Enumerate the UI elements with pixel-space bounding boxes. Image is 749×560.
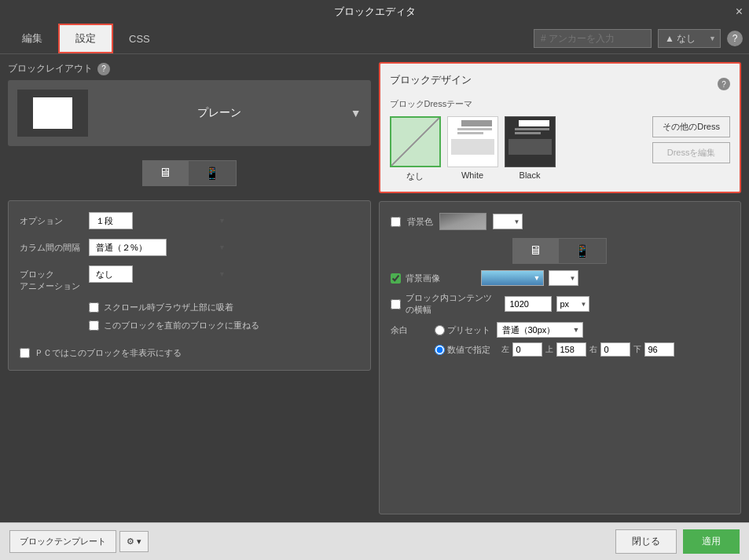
margin-label: 余白	[391, 324, 430, 336]
bg-image-option-wrap	[549, 270, 578, 286]
overlap-label: このブロックを直前のブロックに重ねる	[104, 320, 259, 331]
footer: ブロックテンプレート ⚙ ▾ 閉じる 適用	[0, 522, 749, 560]
column-label: オプション	[20, 215, 83, 227]
margin-left-input[interactable]	[512, 342, 542, 357]
close-footer-button[interactable]: 閉じる	[615, 529, 677, 554]
dress-thumb-none[interactable]	[390, 116, 441, 167]
margin-right-input[interactable]	[600, 342, 630, 357]
bg-image-option-select[interactable]	[549, 270, 578, 286]
close-window-button[interactable]: ×	[736, 5, 743, 19]
right-panel: ブロックデザイン ? ブロックDressテーマ なし	[379, 62, 742, 514]
apply-button[interactable]: 適用	[683, 529, 740, 554]
bg-image-select-wrap	[481, 270, 544, 286]
help-button[interactable]: ?	[727, 31, 743, 46]
dress-item-white[interactable]: White	[447, 116, 498, 182]
scroll-absorb-checkbox[interactable]	[89, 302, 99, 313]
layout-arrow-icon[interactable]: ▼	[351, 107, 362, 119]
tab-edit[interactable]: 編集	[6, 25, 58, 52]
content-width-row: ブロック内コンテンツの横幅 px	[391, 292, 730, 316]
bg-image-row: 背景画像	[391, 270, 730, 286]
top-label: 上	[545, 344, 553, 355]
tab-bar: 編集 設定 CSS ▲ なし ?	[0, 24, 749, 54]
unit-select[interactable]: px	[556, 296, 589, 312]
dress-thumb-black[interactable]	[505, 116, 556, 167]
footer-right: 閉じる 適用	[615, 529, 740, 554]
overlap-row: このブロックを直前のブロックに重ねる	[20, 320, 359, 331]
other-dress-button[interactable]: その他のDress	[652, 116, 730, 137]
edit-dress-button[interactable]: Dressを編集	[652, 142, 730, 163]
block-layout-help[interactable]: ?	[97, 63, 110, 75]
content-width-label: ブロック内コンテンツの横幅	[406, 292, 500, 316]
layout-label: プレーン	[94, 106, 344, 120]
gear-button[interactable]: ⚙ ▾	[119, 531, 149, 552]
margin-inputs: 左 上 右 下	[501, 342, 674, 357]
block-layout-section: ブロックレイアウト ? プレーン ▼	[8, 62, 371, 146]
column-option-row: オプション １段	[20, 212, 359, 229]
margin-top-input[interactable]	[556, 342, 586, 357]
preset-select-wrap: 普通（30px）	[497, 322, 583, 338]
anchor-select[interactable]: ▲ なし	[658, 29, 721, 48]
numeric-radio[interactable]	[435, 345, 445, 355]
content-width-input[interactable]	[505, 296, 552, 312]
column-select-wrap: １段	[89, 212, 230, 229]
overlap-checkbox[interactable]	[89, 320, 99, 331]
column-select[interactable]: １段	[89, 212, 133, 229]
column-gap-label: カラム間の間隔	[20, 242, 83, 254]
block-layout-header: ブロックレイアウト ?	[8, 62, 371, 75]
anchor-input[interactable]	[534, 29, 652, 48]
layout-selector: プレーン ▼	[8, 80, 371, 146]
block-design-help[interactable]: ?	[718, 78, 730, 90]
tab-css[interactable]: CSS	[113, 27, 166, 51]
anchor-select-wrap: ▲ なし	[658, 29, 721, 48]
bg-image-select[interactable]	[481, 270, 544, 286]
preset-radio-label: プリセット	[435, 324, 490, 336]
pc-hide-checkbox[interactable]	[20, 348, 30, 358]
preset-radio[interactable]	[435, 325, 445, 335]
options-panel: オプション １段 カラム間の間隔 普通（２%）	[8, 200, 371, 371]
dress-options: なし Whit	[390, 116, 731, 182]
left-device-tab-mobile[interactable]: 📱	[188, 160, 237, 186]
block-design-section: ブロックデザイン ? ブロックDressテーマ なし	[379, 62, 742, 193]
animation-select[interactable]: なし	[89, 265, 133, 283]
tab-settings[interactable]: 設定	[58, 24, 113, 53]
color-swatch-dropdown-wrap	[493, 214, 523, 229]
content-width-checkbox[interactable]	[391, 299, 401, 309]
title-bar: ブロックエディタ ×	[0, 0, 749, 24]
dress-grid: なし Whit	[390, 116, 556, 182]
animation-row: ブロックアニメーション なし	[20, 265, 359, 292]
pc-hide-row: ＰＣではこのブロックを非表示にする	[20, 347, 359, 359]
dress-none-label: なし	[406, 170, 424, 182]
dress-thumb-white[interactable]	[447, 116, 498, 167]
color-swatch-dropdown[interactable]	[493, 214, 523, 229]
color-swatch[interactable]	[439, 213, 486, 230]
left-label: 左	[501, 344, 509, 355]
bg-image-checkbox[interactable]	[391, 273, 401, 284]
bg-color-checkbox[interactable]	[391, 217, 401, 227]
bg-image-label: 背景画像	[406, 273, 476, 284]
right-device-tab-mobile[interactable]: 📱	[558, 238, 607, 264]
column-gap-row: カラム間の間隔 普通（２%）	[20, 239, 359, 256]
pc-hide-label: ＰＣではこのブロックを非表示にする	[35, 347, 182, 359]
animation-label: ブロックアニメーション	[20, 265, 83, 292]
window-title: ブロックエディタ	[334, 5, 416, 17]
margin-bottom-input[interactable]	[644, 342, 674, 357]
left-device-tab-desktop[interactable]: 🖥	[142, 160, 188, 186]
unit-select-wrap: px	[556, 296, 589, 312]
template-button[interactable]: ブロックテンプレート	[9, 530, 116, 553]
bottom-label: 下	[633, 344, 641, 355]
dress-theme-label: ブロックDressテーマ	[390, 98, 731, 110]
main-content: ブロックレイアウト ? プレーン ▼ 🖥 📱 オプショ	[0, 54, 749, 522]
dress-black-label: Black	[520, 170, 541, 180]
right-device-tab-desktop[interactable]: 🖥	[512, 238, 558, 264]
preset-select[interactable]: 普通（30px）	[497, 322, 583, 338]
margin-radio-group: プリセット 普通（30px）	[435, 322, 583, 338]
dress-item-none[interactable]: なし	[390, 116, 441, 182]
column-gap-select[interactable]: 普通（２%）	[89, 239, 167, 256]
footer-left: ブロックテンプレート ⚙ ▾	[9, 530, 149, 553]
dress-white-label: White	[461, 170, 483, 180]
dress-buttons: その他のDress Dressを編集	[652, 116, 730, 163]
block-editor-window: ブロックエディタ × 編集 設定 CSS ▲ なし ?	[0, 0, 749, 560]
block-design-title: ブロックデザイン	[390, 73, 472, 87]
bg-color-label: 背景色	[407, 216, 433, 228]
dress-item-black[interactable]: Black	[505, 116, 556, 182]
